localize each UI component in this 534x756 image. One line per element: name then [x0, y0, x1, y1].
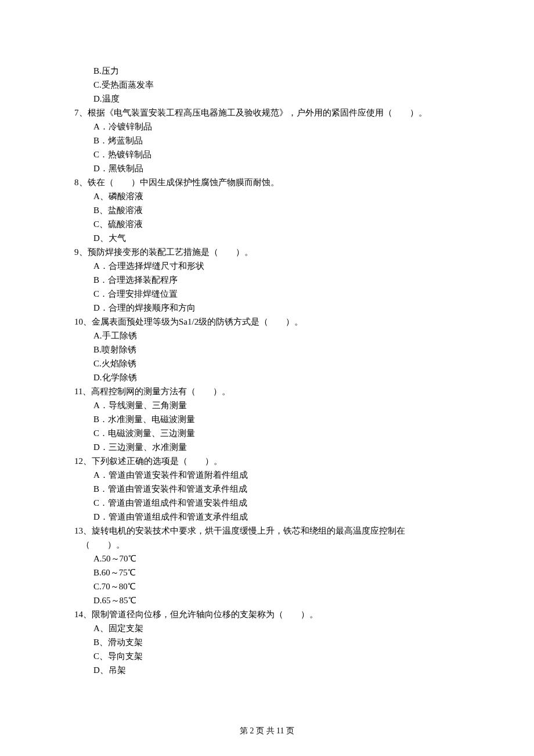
- q14-stem: 14、限制管道径向位移，但允许轴向位移的支架称为（ ）。: [74, 607, 460, 621]
- q13-option-b: B.60～75℃: [93, 566, 460, 579]
- q9-option-a: A．合理选择焊缝尺寸和形状: [93, 259, 460, 273]
- q8-option-d: D、大气: [93, 231, 460, 245]
- q12-stem: 12、下列叙述正确的选项是（ ）。: [74, 454, 460, 468]
- q10-option-b: B.喷射除锈: [93, 343, 460, 357]
- q6-option-c: C.受热面蒸发率: [93, 78, 460, 92]
- q7-option-c: C．热镀锌制品: [93, 147, 460, 161]
- q8-option-a: A、磷酸溶液: [93, 189, 460, 203]
- q14-option-d: D、吊架: [93, 663, 460, 677]
- q9-option-b: B．合理选择装配程序: [93, 273, 460, 287]
- q10-stem: 10、金属表面预处理等级为Sa1/2级的防锈方式是（ ）。: [74, 315, 460, 329]
- q14-option-c: C、导向支架: [93, 649, 460, 663]
- q10-option-a: A.手工除锈: [93, 329, 460, 343]
- q12-option-a: A．管道由管道安装件和管道附着件组成: [93, 468, 460, 482]
- q9-option-d: D．合理的焊接顺序和方向: [93, 301, 460, 315]
- q13-option-a: A.50～70℃: [93, 552, 460, 566]
- q12-option-b: B．管道由管道安装件和管道支承件组成: [93, 482, 460, 496]
- q7-option-d: D．黑铁制品: [93, 161, 460, 175]
- q8-stem: 8、铁在（ ）中因生成保护性腐蚀产物膜而耐蚀。: [74, 175, 460, 189]
- q11-option-d: D．三边测量、水准测量: [93, 440, 460, 454]
- q11-option-c: C．电磁波测量、三边测量: [93, 426, 460, 440]
- page-content: B.压力 C.受热面蒸发率 D.温度 7、根据《电气装置安装工程高压电器施工及验…: [0, 0, 534, 712]
- q14-option-a: A、固定支架: [93, 621, 460, 635]
- q8-option-c: C、硫酸溶液: [93, 217, 460, 231]
- page-footer: 第 2 页 共 11 页: [0, 725, 534, 737]
- q12-option-c: C．管道由管道组成件和管道安装件组成: [93, 496, 460, 510]
- q13-option-d: D.65～85℃: [93, 593, 460, 607]
- q10-option-c: C.火焰除锈: [93, 357, 460, 370]
- q7-stem: 7、根据《电气装置安装工程高压电器施工及验收规范》，户外用的紧固件应使用（ ）。: [74, 106, 460, 120]
- q6-option-b: B.压力: [93, 64, 460, 78]
- q11-option-b: B．水准测量、电磁波测量: [93, 412, 460, 426]
- q14-option-b: B、滑动支架: [93, 635, 460, 649]
- q13-stem-line2: （ ）。: [81, 538, 460, 552]
- q9-stem: 9、预防焊接变形的装配工艺措施是（ ）。: [74, 245, 460, 259]
- q12-option-d: D．管道由管道组成件和管道支承件组成: [93, 510, 460, 524]
- q11-option-a: A．导线测量、三角测量: [93, 398, 460, 412]
- q13-stem-line1: 13、旋转电机的安装技术中要求，烘干温度缓慢上升，铁芯和绕组的最高温度应控制在: [74, 524, 460, 538]
- q11-stem: 11、高程控制网的测量方法有（ ）。: [74, 384, 460, 398]
- q9-option-c: C．合理安排焊缝位置: [93, 287, 460, 301]
- q7-option-b: B．烤蓝制品: [93, 134, 460, 147]
- q7-option-a: A．冷镀锌制品: [93, 120, 460, 134]
- q8-option-b: B、盐酸溶液: [93, 203, 460, 217]
- q10-option-d: D.化学除锈: [93, 370, 460, 384]
- q6-option-d: D.温度: [93, 92, 460, 106]
- q13-option-c: C.70～80℃: [93, 579, 460, 593]
